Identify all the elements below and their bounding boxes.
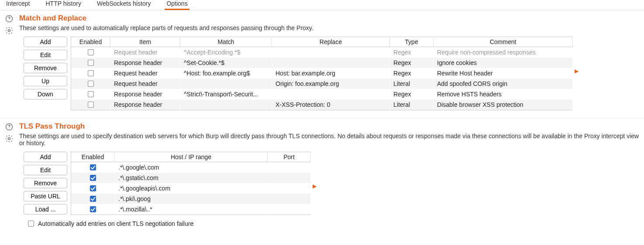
cell-replace (272, 89, 390, 99)
gear-icon[interactable] (5, 26, 14, 35)
cell-match: ^Strict\-Transport\-Securit... (180, 89, 272, 99)
table-row[interactable]: .*\.pki\.goog (71, 194, 311, 204)
col-comment[interactable]: Comment (434, 37, 573, 47)
cell-host: .*\.gstatic\.com (115, 173, 268, 183)
remove-button[interactable]: Remove (24, 178, 67, 188)
match-replace-table[interactable]: Enabled Item Match Replace Type Comment … (71, 37, 573, 110)
section-description: These settings are used to automatically… (19, 24, 640, 31)
svg-point-2 (8, 30, 10, 32)
enabled-checkbox[interactable] (88, 49, 94, 55)
cell-match: ^Set-Cookie.*$ (180, 58, 272, 68)
help-icon[interactable] (5, 123, 13, 131)
paste-url-button[interactable]: Paste URL (24, 191, 67, 201)
enabled-checkbox[interactable] (88, 81, 94, 87)
section-description: These settings are used to specify desti… (19, 133, 640, 146)
col-type[interactable]: Type (390, 37, 434, 47)
table-row[interactable]: Response headerX-XSS-Protection: 0Litera… (71, 99, 573, 110)
cell-replace: Origin: foo.example.org (272, 78, 390, 89)
down-button[interactable]: Down (24, 89, 67, 99)
enabled-checkbox[interactable] (90, 206, 96, 212)
col-match[interactable]: Match (180, 37, 272, 47)
enabled-checkbox[interactable] (88, 102, 94, 108)
cell-host: .*\.mozilla\..* (115, 204, 268, 215)
cell-comment: Remove HSTS headers (434, 89, 573, 99)
up-button[interactable]: Up (24, 76, 67, 86)
load-button[interactable]: Load ... (24, 204, 67, 214)
cell-comment: Disable browser XSS protection (434, 99, 573, 110)
auto-add-label[interactable]: Automatically add entries on client TLS … (38, 220, 193, 227)
table-row[interactable]: Response header^Strict\-Transport\-Secur… (71, 89, 573, 99)
add-button[interactable]: Add (24, 152, 67, 162)
edit-button[interactable]: Edit (24, 50, 67, 60)
cell-item: Request header (110, 68, 180, 78)
col-port[interactable]: Port (268, 152, 311, 162)
cell-item: Response header (110, 58, 180, 68)
cell-type: Regex (390, 58, 434, 68)
tls-table[interactable]: Enabled Host / IP range Port .*\.google\… (71, 152, 311, 215)
cell-comment: Add spoofed CORS origin (434, 78, 573, 89)
table-row[interactable]: .*\.gstatic\.com (71, 173, 311, 183)
tab-intercept[interactable]: Intercept (4, 0, 31, 9)
cell-host: .*\.googleapis\.com (115, 183, 268, 194)
cell-type: Regex (390, 89, 434, 99)
help-icon[interactable] (5, 15, 13, 23)
cell-replace (272, 47, 390, 58)
enabled-checkbox[interactable] (90, 164, 96, 170)
cell-host: .*\.google\.com (115, 162, 268, 173)
col-item[interactable]: Item (110, 37, 180, 47)
cell-item: Response header (110, 99, 180, 110)
cell-match: ^Host: foo.example.org$ (180, 68, 272, 78)
cell-match (180, 78, 272, 89)
col-replace[interactable]: Replace (272, 37, 390, 47)
cell-type: Regex (390, 47, 434, 58)
cell-comment: Require non-compressed responses (434, 47, 573, 58)
cell-host: .*\.pki\.goog (115, 194, 268, 204)
tab-options[interactable]: Options (165, 0, 189, 10)
remove-button[interactable]: Remove (24, 63, 67, 73)
add-button[interactable]: Add (24, 37, 67, 47)
table-row[interactable]: Request headerOrigin: foo.example.orgLit… (71, 78, 573, 89)
cell-port (268, 162, 311, 173)
scroll-right-icon[interactable]: ▶ (313, 183, 317, 189)
col-host[interactable]: Host / IP range (115, 152, 268, 162)
table-row[interactable]: Request header^Accept-Encoding.*$RegexRe… (71, 47, 573, 58)
enabled-checkbox[interactable] (90, 185, 96, 191)
enabled-checkbox[interactable] (88, 70, 94, 76)
table-row[interactable]: Response header^Set-Cookie.*$RegexIgnore… (71, 58, 573, 68)
section-tls-pass-through: TLS Pass Through These settings are used… (0, 119, 644, 233)
tab-http-history[interactable]: HTTP history (44, 0, 83, 9)
cell-replace: Host: bar.example.org (272, 68, 390, 78)
enabled-checkbox[interactable] (90, 196, 96, 202)
table-row[interactable]: .*\.googleapis\.com (71, 183, 311, 194)
auto-add-checkbox[interactable] (28, 221, 34, 227)
match-replace-buttons: Add Edit Remove Up Down (24, 37, 67, 99)
table-row[interactable]: .*\.mozilla\..* (71, 204, 311, 215)
tab-websockets-history[interactable]: WebSockets history (95, 0, 152, 9)
cell-port (268, 204, 311, 215)
enabled-checkbox[interactable] (88, 91, 94, 97)
section-title: TLS Pass Through (19, 122, 640, 131)
table-row[interactable]: Request header^Host: foo.example.org$Hos… (71, 68, 573, 78)
edit-button[interactable]: Edit (24, 165, 67, 175)
table-row[interactable]: .*\.google\.com (71, 162, 311, 173)
cell-type: Regex (390, 68, 434, 78)
cell-item: Request header (110, 78, 180, 89)
cell-item: Request header (110, 47, 180, 58)
cell-type: Literal (390, 99, 434, 110)
cell-type: Literal (390, 78, 434, 89)
section-title: Match and Replace (19, 14, 640, 23)
gear-icon[interactable] (5, 134, 14, 143)
enabled-checkbox[interactable] (90, 175, 96, 181)
cell-port (268, 173, 311, 183)
cell-comment: Rewrite Host header (434, 68, 573, 78)
cell-match (180, 99, 272, 110)
svg-point-5 (8, 138, 10, 140)
tls-buttons: Add Edit Remove Paste URL Load ... (24, 152, 67, 214)
scroll-right-icon[interactable]: ▶ (575, 68, 579, 74)
section-match-and-replace: Match and Replace These settings are use… (0, 10, 644, 116)
cell-item: Response header (110, 89, 180, 99)
svg-point-1 (9, 20, 9, 20)
col-enabled[interactable]: Enabled (71, 37, 110, 47)
enabled-checkbox[interactable] (88, 60, 94, 66)
col-enabled[interactable]: Enabled (71, 152, 115, 162)
